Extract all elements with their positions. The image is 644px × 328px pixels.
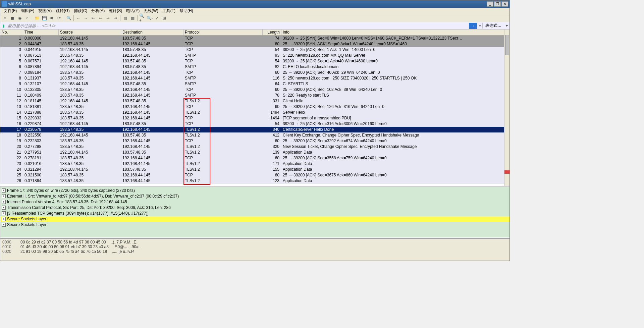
packet-row[interactable]: 150.229833183.57.48.35192.168.44.145TCP1… — [0, 115, 509, 121]
packet-row[interactable]: 90.132107192.168.44.145183.57.48.35SMTP6… — [0, 81, 509, 87]
detail-line[interactable]: +Secure Sockets Layer — [0, 216, 509, 222]
zoom-in-icon[interactable]: 🔍+ — [139, 15, 146, 21]
folder-icon[interactable]: 📁 — [34, 15, 40, 21]
list-icon[interactable]: ≡ — [2, 15, 8, 21]
minimize-button[interactable]: _ — [487, 1, 493, 7]
packet-row[interactable]: 100.132305183.57.48.35192.168.44.145TCP6… — [0, 87, 509, 93]
detail-line[interactable]: +Internet Protocol Version 4, Src: 183.5… — [0, 199, 509, 205]
packet-row[interactable]: 10.000000192.168.44.145183.57.48.35TCP74… — [0, 36, 509, 41]
packet-row[interactable]: 110.180409183.57.48.35192.168.44.145SMTP… — [0, 93, 509, 98]
packet-row[interactable]: 160.229874192.168.44.145183.57.48.35TCP5… — [0, 121, 509, 127]
filter-bar: ▮ → ▾ 表达式… + — [0, 22, 509, 30]
expand-icon[interactable]: + — [2, 200, 6, 204]
expression-button[interactable]: 表达式… — [482, 23, 504, 29]
packet-row[interactable]: 230.321016183.57.48.35192.168.44.145TLSv… — [0, 161, 509, 167]
resize-icon[interactable]: ⊞ — [161, 15, 168, 21]
packet-row[interactable]: 120.181145192.168.44.145183.57.48.35TLSv… — [0, 98, 509, 104]
close-icon[interactable]: ✖ — [48, 15, 55, 21]
packet-row[interactable]: 220.278191183.57.48.35192.168.44.145TCP6… — [0, 155, 509, 161]
hex-line[interactable]: 00202c 91 00 19 99 20 5b 65 75 fb a4 6c … — [2, 249, 507, 254]
col-length[interactable]: Length — [263, 30, 281, 35]
zoom-fit-icon[interactable]: ⤢ — [154, 15, 160, 21]
packet-details-pane[interactable]: +Frame 17: 340 bytes on wire (2720 bits)… — [0, 187, 509, 237]
hex-line[interactable]: 000000 0c 29 cf c2 37 00 50 56 fd 4d 97 … — [2, 240, 507, 244]
circle-dot-icon[interactable]: ◉ — [16, 15, 23, 21]
hex-line[interactable]: 001001 46 d3 30 40 00 80 06 91 eb b7 39 … — [2, 244, 507, 249]
detail-line[interactable]: +[3 Reassembled TCP Segments (3094 bytes… — [0, 211, 509, 216]
square-icon[interactable]: ◼ — [9, 15, 16, 21]
columns-icon[interactable]: ▤ — [122, 15, 128, 21]
jump-back-icon[interactable]: ⇤ — [90, 15, 97, 21]
col-protocol[interactable]: Protocol — [183, 30, 263, 35]
add-filter-button[interactable]: + — [504, 23, 509, 28]
packet-list-body[interactable]: 10.000000192.168.44.145183.57.48.35TCP74… — [0, 36, 509, 186]
packet-row[interactable]: 130.181381183.57.48.35192.168.44.145TCP6… — [0, 104, 509, 110]
menu-item[interactable]: 电话(Y) — [124, 8, 142, 14]
filter-icon: ▮ — [0, 23, 6, 28]
col-no[interactable]: No. — [0, 30, 23, 35]
packet-row[interactable]: 50.087571192.168.44.145183.57.48.35TCP54… — [0, 58, 509, 64]
packet-row[interactable]: 30.044915192.168.44.145183.57.48.35TCP54… — [0, 47, 509, 53]
detail-line[interactable]: +Secure Sockets Layer — [0, 222, 509, 228]
packet-row[interactable]: 190.232803183.57.48.35192.168.44.145TCP6… — [0, 138, 509, 144]
detail-line[interactable]: +Frame 17: 340 bytes on wire (2720 bits)… — [0, 188, 509, 194]
scrollbar-thumb[interactable] — [505, 35, 509, 55]
expand-icon[interactable]: + — [2, 188, 6, 193]
search-icon[interactable]: 🔍 — [65, 15, 72, 21]
reload-icon[interactable]: ⟳ — [56, 15, 62, 21]
zoom-out-icon[interactable]: 🔍- — [146, 15, 153, 21]
packet-row[interactable]: 40.087513183.57.48.35192.168.44.145SMTP9… — [0, 53, 509, 58]
menu-item[interactable]: 文件(F) — [2, 8, 19, 14]
expand-icon[interactable]: + — [2, 223, 6, 227]
packet-scrollbar[interactable] — [504, 30, 509, 186]
expand-icon[interactable]: + — [2, 194, 6, 198]
packet-row[interactable]: 240.321294192.168.44.145183.57.48.35TLSv… — [0, 167, 509, 172]
packet-bytes-pane[interactable]: 000000 0c 29 cf c2 37 00 50 56 fd 4d 97 … — [0, 239, 509, 261]
detail-text: Transmission Control Protocol, Src Port:… — [7, 205, 171, 210]
menu-item[interactable]: 帮助(H) — [177, 8, 195, 14]
menu-item[interactable]: 分析(A) — [89, 8, 107, 14]
circle-icon[interactable]: ○ — [24, 15, 31, 21]
menu-item[interactable]: 统计(S) — [107, 8, 124, 14]
packet-row[interactable]: 250.321500183.57.48.35192.168.44.145TCP6… — [0, 172, 509, 178]
menu-item[interactable]: 工具(T) — [160, 8, 177, 14]
main-toolbar: ≡◼◉○📁💾✖⟳🔍←→⇤⇐⇒⇥▤▦🔍+🔍-⤢⊞ — [0, 14, 509, 22]
expand-icon[interactable]: + — [2, 206, 6, 210]
close-button[interactable]: ✕ — [501, 1, 508, 7]
jump-fwd-icon[interactable]: ⇥ — [112, 15, 119, 21]
packet-row[interactable]: 180.232550192.168.44.145183.57.48.35TLSv… — [0, 132, 509, 138]
detail-line[interactable]: +Transmission Control Protocol, Src Port… — [0, 205, 509, 211]
packet-row[interactable]: 140.227888183.57.48.35192.168.44.145TLSv… — [0, 110, 509, 115]
rows-icon[interactable]: ▦ — [129, 15, 136, 21]
detail-line[interactable]: +Ethernet II, Src: Vmware_fd:4d:97 (00:5… — [0, 194, 509, 199]
menu-item[interactable]: 跳转(G) — [54, 8, 71, 14]
jump-end-icon[interactable]: ⇒ — [105, 15, 111, 21]
col-info[interactable]: Info — [281, 30, 509, 35]
packet-row[interactable]: 200.277298183.57.48.35192.168.44.145TLSv… — [0, 144, 509, 150]
packet-row[interactable]: 80.131937183.57.48.35192.168.44.145SMTP1… — [0, 75, 509, 81]
col-time[interactable]: Time — [23, 30, 59, 35]
packet-row[interactable]: 170.230578183.57.48.35192.168.44.145TLSv… — [0, 127, 509, 132]
col-destination[interactable]: Destination — [121, 30, 183, 35]
menu-item[interactable]: 视图(V) — [36, 8, 54, 14]
packet-row[interactable]: 70.088184183.57.48.35192.168.44.145TCP60… — [0, 70, 509, 75]
menu-item[interactable]: 捕获(C) — [72, 8, 90, 14]
arrow-right-icon[interactable]: → — [83, 15, 89, 21]
display-filter-input[interactable] — [6, 23, 468, 28]
save-icon[interactable]: 💾 — [41, 15, 48, 21]
menu-item[interactable]: 无线(W) — [142, 8, 160, 14]
expand-icon[interactable]: + — [2, 211, 6, 215]
expand-icon[interactable]: + — [2, 217, 6, 221]
title-bar[interactable]: withSSL.cap _ ❐ ✕ — [0, 0, 509, 8]
arrow-left-icon[interactable]: ← — [75, 15, 82, 21]
menu-item[interactable]: 编辑(E) — [19, 8, 36, 14]
packet-row[interactable]: 210.277951192.168.44.145183.57.48.35TLSv… — [0, 150, 509, 155]
col-source[interactable]: Source — [59, 30, 121, 35]
restore-button[interactable]: ❐ — [494, 1, 501, 7]
filter-dropdown[interactable]: ▾ — [478, 23, 482, 28]
jump-start-icon[interactable]: ⇐ — [97, 15, 104, 21]
packet-row[interactable]: 60.087894192.168.44.145183.57.48.35SMTP8… — [0, 64, 509, 70]
packet-row[interactable]: 260.371864183.57.48.35192.168.44.145TLSv… — [0, 178, 509, 184]
filter-apply-button[interactable]: → — [469, 23, 477, 29]
packet-row[interactable]: 20.044847183.57.48.35192.168.44.145TCP60… — [0, 41, 509, 47]
